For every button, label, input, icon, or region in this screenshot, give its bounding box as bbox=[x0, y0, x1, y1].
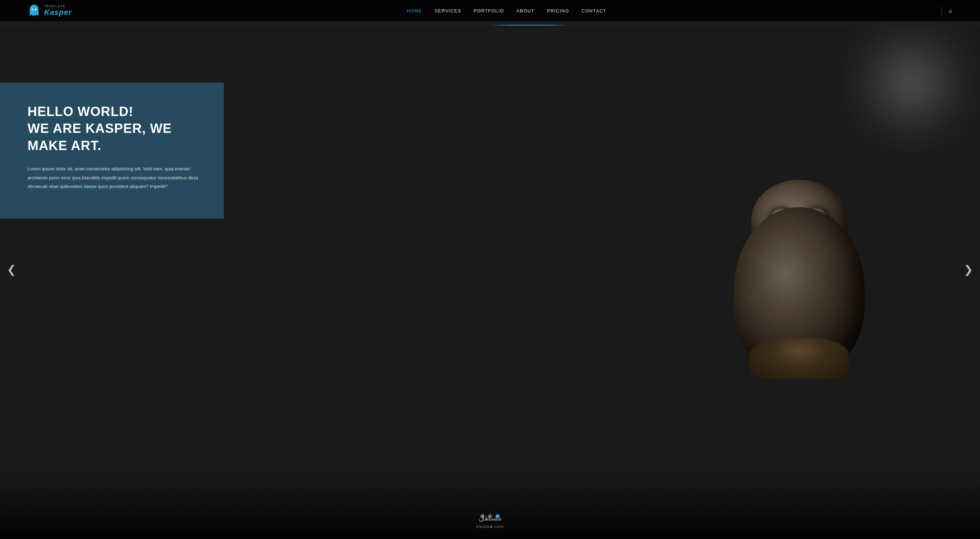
hero-heading-line2: WE ARE KASPER, WE MAKE ART. bbox=[27, 121, 172, 153]
owl-perch bbox=[749, 338, 849, 379]
nav-link-home[interactable]: HOME bbox=[407, 8, 422, 13]
hero-heading-line1: HELLO WORLD! bbox=[27, 104, 134, 119]
logo-brand-name: Kasper bbox=[44, 8, 72, 17]
nav-link-about[interactable]: ABOUT bbox=[517, 8, 535, 13]
nav-link-portfolio[interactable]: PORTFOLIO bbox=[474, 8, 504, 13]
logo-area: TEMPLATE Kasper bbox=[27, 4, 72, 17]
nav-link-contact[interactable]: CONTACT bbox=[582, 8, 606, 13]
watermark-url-prefix: mostu bbox=[476, 524, 490, 529]
nav-divider bbox=[942, 6, 942, 16]
logo-text: TEMPLATE Kasper bbox=[44, 5, 72, 17]
nav-item-home[interactable]: HOME bbox=[407, 8, 422, 14]
watermark-dot: ● bbox=[490, 524, 493, 529]
nav-item-contact[interactable]: CONTACT bbox=[582, 8, 606, 14]
owl-illustration bbox=[717, 180, 882, 379]
svg-point-0 bbox=[32, 9, 33, 10]
search-button[interactable]: ⌕ bbox=[949, 7, 953, 14]
ghost-logo-icon bbox=[27, 4, 41, 17]
light-orb bbox=[842, 14, 980, 151]
nav-link-services[interactable]: SERVICES bbox=[434, 8, 461, 13]
hero-heading: HELLO WORLD! WE ARE KASPER, WE MAKE ART. bbox=[27, 103, 203, 154]
hero-description: Lorem ipsum dolor sit, amet consectetur … bbox=[27, 165, 203, 191]
next-arrow-button[interactable]: ❯ bbox=[964, 263, 973, 276]
nav-links: HOME SERVICES PORTFOLIO ABOUT PRICING CO… bbox=[407, 8, 606, 14]
watermark-url: mostu●.com bbox=[476, 524, 504, 529]
prev-arrow-button[interactable]: ❮ bbox=[7, 263, 16, 276]
navbar: TEMPLATE Kasper HOME SERVICES PORTFOLIO … bbox=[0, 0, 980, 21]
watermark: مستقل mostu●.com bbox=[476, 514, 504, 529]
svg-point-1 bbox=[35, 9, 37, 10]
watermark-arabic: مستقل bbox=[476, 514, 504, 523]
nav-right: ⌕ bbox=[942, 6, 953, 16]
nav-item-services[interactable]: SERVICES bbox=[434, 8, 461, 14]
watermark-url-suffix: .com bbox=[493, 524, 504, 529]
nav-link-pricing[interactable]: PRICING bbox=[547, 8, 569, 13]
nav-item-pricing[interactable]: PRICING bbox=[547, 8, 569, 14]
hero-text-box: HELLO WORLD! WE ARE KASPER, WE MAKE ART.… bbox=[0, 83, 224, 219]
logo-template-label: TEMPLATE bbox=[44, 5, 72, 8]
search-icon: ⌕ bbox=[949, 7, 953, 14]
nav-item-about[interactable]: ABOUT bbox=[517, 8, 535, 14]
hero-section: HELLO WORLD! WE ARE KASPER, WE MAKE ART.… bbox=[0, 0, 980, 539]
nav-underline bbox=[0, 25, 980, 25]
nav-item-portfolio[interactable]: PORTFOLIO bbox=[474, 8, 504, 14]
